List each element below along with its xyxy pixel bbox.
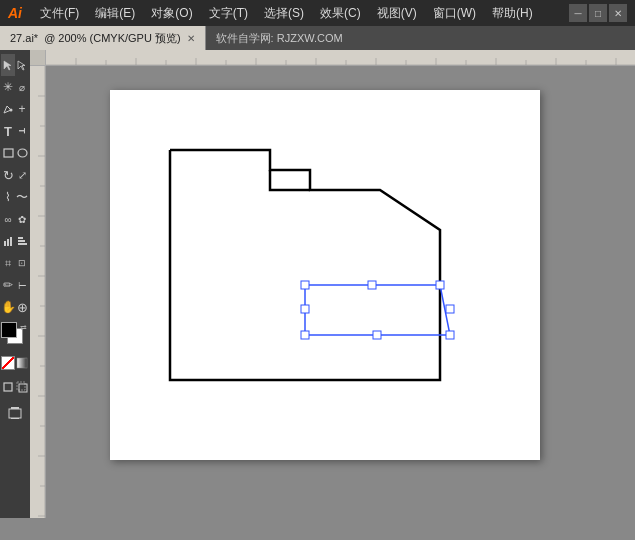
zoom-tool[interactable]: ⊕ — [15, 296, 29, 318]
svg-rect-13 — [17, 382, 25, 390]
window-controls: ─ □ ✕ — [569, 4, 627, 22]
slice-tool[interactable]: ⌗ — [1, 252, 15, 274]
artwork-svg — [110, 90, 540, 460]
folder-shape — [170, 150, 440, 380]
tab-url: 软件自学网: RJZXW.COM — [206, 26, 635, 50]
fill-mode-row — [1, 352, 29, 374]
document-canvas[interactable] — [110, 90, 540, 460]
menu-object[interactable]: 对象(O) — [143, 3, 200, 24]
tab-detail: @ 200% (CMYK/GPU 预览) — [44, 31, 180, 46]
draw-mode-row — [1, 376, 29, 398]
tab-bar: 27.ai* @ 200% (CMYK/GPU 预览) ✕ 软件自学网: RJZ… — [0, 26, 635, 50]
svg-point-4 — [18, 149, 27, 157]
toolbar-left: ✳ ⌀ + T T ↻ ⤢ — [0, 50, 30, 518]
handle-bl — [301, 331, 309, 339]
scale-tool[interactable]: ⤢ — [15, 164, 29, 186]
blend-tool[interactable]: ∞ — [1, 208, 15, 230]
handle-mr — [446, 305, 454, 313]
ruler-left — [30, 66, 46, 518]
handle-br — [446, 331, 454, 339]
none-fill[interactable] — [1, 352, 15, 374]
lasso-tool[interactable]: ⌀ — [15, 76, 29, 98]
rotate-tool-row: ↻ ⤢ — [1, 164, 29, 186]
svg-point-2 — [10, 109, 13, 112]
menu-effect[interactable]: 效果(C) — [312, 3, 369, 24]
handle-tl — [301, 281, 309, 289]
title-bar: Ai 文件(F) 编辑(E) 对象(O) 文字(T) 选择(S) 效果(C) 视… — [0, 0, 635, 26]
blend-tool-row: ∞ ✿ — [1, 208, 29, 230]
menu-text[interactable]: 文字(T) — [201, 3, 256, 24]
ruler-top — [46, 50, 635, 66]
svg-rect-5 — [4, 241, 6, 246]
normal-draw-mode[interactable] — [1, 376, 15, 398]
svg-rect-12 — [4, 383, 12, 391]
warp-tool-row: ⌇ 〜 — [1, 186, 29, 208]
svg-marker-0 — [4, 61, 11, 70]
slice-select-tool[interactable]: ⊡ — [15, 252, 29, 274]
measure-tool[interactable]: ⊢ — [15, 274, 29, 296]
menu-select[interactable]: 选择(S) — [256, 3, 312, 24]
direct-selection-tool[interactable] — [15, 54, 29, 76]
type-tool-row: T T — [1, 120, 29, 142]
selection-tool-row — [1, 54, 29, 76]
selected-shape — [305, 285, 450, 335]
bar-graph-tool[interactable] — [15, 230, 29, 252]
column-graph-tool[interactable] — [1, 230, 15, 252]
svg-marker-1 — [18, 61, 25, 70]
svg-rect-8 — [18, 237, 23, 239]
hand-tool[interactable]: ✋ — [1, 296, 15, 318]
rectangle-tool[interactable] — [1, 142, 15, 164]
close-button[interactable]: ✕ — [609, 4, 627, 22]
pen-tool[interactable] — [1, 98, 15, 120]
warp-tool[interactable]: 〜 — [15, 186, 29, 208]
handle-mt — [368, 281, 376, 289]
ruler-corner — [30, 50, 46, 66]
type-tool[interactable]: T — [1, 120, 15, 142]
svg-rect-7 — [10, 237, 12, 246]
menu-file[interactable]: 文件(F) — [32, 3, 87, 24]
swap-colors-icon[interactable]: ⇄ — [20, 323, 27, 332]
eyedropper-tool[interactable]: ✏ — [1, 274, 15, 296]
svg-rect-16 — [11, 407, 19, 409]
canvas-area[interactable] — [30, 50, 635, 518]
tab-close-button[interactable]: ✕ — [187, 33, 195, 44]
minimize-button[interactable]: ─ — [569, 4, 587, 22]
ellipse-tool[interactable] — [15, 142, 29, 164]
chart-tool-row — [1, 230, 29, 252]
selection-tool[interactable] — [1, 54, 15, 76]
shape-tool-row — [1, 142, 29, 164]
menu-view[interactable]: 视图(V) — [369, 3, 425, 24]
tab-document[interactable]: 27.ai* @ 200% (CMYK/GPU 预览) ✕ — [0, 26, 206, 50]
svg-rect-11 — [17, 358, 27, 368]
rotate-tool[interactable]: ↻ — [1, 164, 15, 186]
svg-rect-14 — [19, 384, 27, 392]
menu-edit[interactable]: 编辑(E) — [87, 3, 143, 24]
eyedropper-tool-row: ✏ ⊢ — [1, 274, 29, 296]
handle-tr — [436, 281, 444, 289]
menu-help[interactable]: 帮助(H) — [484, 3, 541, 24]
gradient-fill[interactable] — [15, 352, 29, 374]
screen-mode-button[interactable] — [1, 402, 29, 424]
maximize-button[interactable]: □ — [589, 4, 607, 22]
svg-rect-3 — [4, 149, 13, 157]
handle-mb — [373, 331, 381, 339]
svg-rect-10 — [18, 243, 27, 245]
foreground-color-swatch[interactable] — [1, 322, 17, 338]
pen-tool-row: + — [1, 98, 29, 120]
handle-ml — [301, 305, 309, 313]
main-layout: ✳ ⌀ + T T ↻ ⤢ — [0, 50, 635, 518]
svg-rect-9 — [18, 240, 25, 242]
symbol-tool[interactable]: ✿ — [15, 208, 29, 230]
svg-rect-17 — [11, 418, 19, 419]
menu-bar: 文件(F) 编辑(E) 对象(O) 文字(T) 选择(S) 效果(C) 视图(V… — [32, 2, 569, 24]
vertical-type-tool[interactable]: T — [15, 120, 29, 142]
svg-rect-15 — [9, 409, 21, 418]
draw-behind-mode[interactable] — [15, 376, 29, 398]
menu-window[interactable]: 窗口(W) — [425, 3, 484, 24]
magic-wand-tool[interactable]: ✳ — [1, 76, 15, 98]
add-anchor-tool[interactable]: + — [15, 98, 29, 120]
width-tool[interactable]: ⌇ — [1, 186, 15, 208]
slice-tool-row: ⌗ ⊡ — [1, 252, 29, 274]
color-swatches[interactable]: ⇄ — [1, 322, 29, 350]
hand-tool-row: ✋ ⊕ — [1, 296, 29, 318]
